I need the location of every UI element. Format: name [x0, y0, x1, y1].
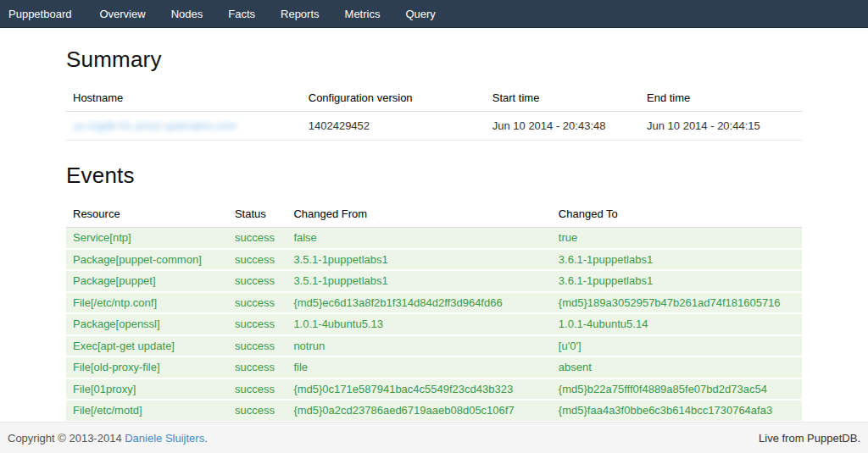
resource-cell: Package[puppet-common] [66, 249, 228, 271]
changed-to-cell: absent [552, 356, 802, 378]
status-cell: success [228, 249, 287, 271]
changed-from-cell: false [287, 228, 551, 249]
navbar-item-reports[interactable]: Reports [268, 0, 332, 27]
status-cell: success [228, 356, 287, 378]
events-table: Resource Status Changed From Changed To … [66, 201, 802, 422]
end-time-cell: Jun 10 2014 - 20:44:15 [640, 112, 802, 141]
hostname-link[interactable]: uc-mgdb-01.ams2.spamatrix.com [73, 119, 236, 132]
event-row: File[/etc/ntp.conf] success {md5}ec6d13a… [66, 292, 802, 314]
author-link[interactable]: Daniele Sluijters [125, 432, 204, 445]
events-title: Events [66, 163, 802, 189]
status-cell: success [228, 292, 287, 314]
changed-to-cell: 3.6.1-1puppetlabs1 [552, 249, 802, 271]
resource-cell: Package[openssl] [66, 313, 228, 335]
summary-row: uc-mgdb-01.ams2.spamatrix.com 1402429452… [66, 112, 802, 141]
navbar-item-facts[interactable]: Facts [215, 0, 268, 27]
resource-cell: File[01proxy] [66, 378, 228, 401]
navbar-item-nodes[interactable]: Nodes [159, 0, 216, 27]
events-header-row: Resource Status Changed From Changed To [66, 201, 802, 228]
events-header-changed-to: Changed To [552, 201, 802, 228]
changed-from-cell: {md5}ec6d13a8f2b1f314d84d2ff3d964fd66 [287, 292, 551, 314]
changed-from-cell: 3.5.1-1puppetlabs1 [287, 270, 551, 292]
changed-from-cell: notrun [287, 335, 551, 357]
summary-header-row: Hostname Configuration version Start tim… [66, 85, 802, 112]
navbar-item-metrics[interactable]: Metrics [332, 0, 393, 27]
changed-to-cell: {md5}faa4a3f0bbe6c3b614bcc1730764afa3 [552, 400, 802, 422]
status-cell: success [228, 378, 287, 401]
status-cell: success [228, 400, 287, 422]
summary-table: Hostname Configuration version Start tim… [66, 85, 802, 141]
copyright-suffix: . [204, 432, 208, 445]
changed-from-cell: 1.0.1-4ubuntu5.13 [287, 313, 551, 335]
status-cell: success [228, 270, 287, 292]
summary-header-start-time: Start time [486, 85, 640, 112]
resource-cell: Package[puppet] [66, 270, 228, 292]
event-row: Exec[apt-get update] success notrun [u'0… [66, 335, 802, 357]
resource-cell: Exec[apt-get update] [66, 335, 228, 357]
navbar-item-overview[interactable]: Overview [86, 0, 158, 27]
changed-to-cell: true [552, 228, 802, 249]
summary-header-hostname: Hostname [66, 85, 302, 112]
events-header-resource: Resource [66, 201, 228, 228]
status-cell: success [228, 335, 287, 357]
changed-to-cell: 1.0.1-4ubuntu5.14 [552, 313, 802, 335]
start-time-cell: Jun 10 2014 - 20:43:48 [486, 112, 640, 141]
copyright-text: Copyright © 2013-2014 Daniele Sluijters. [8, 432, 208, 445]
events-header-status: Status [228, 201, 287, 228]
event-row: File[old-proxy-file] success file absent [66, 356, 802, 378]
top-navbar: Puppetboard Overview Nodes Facts Reports… [0, 0, 868, 28]
resource-cell: File[/etc/motd] [66, 400, 228, 422]
live-from-puppetdb-text: Live from PuppetDB. [759, 432, 860, 445]
navbar-item-query[interactable]: Query [392, 0, 448, 27]
config-version-cell: 1402429452 [302, 112, 486, 141]
changed-to-cell: {md5}b22a75fff0f4889a85fe07bd2d73ac54 [552, 378, 802, 401]
changed-to-cell: [u'0'] [552, 335, 802, 357]
status-cell: success [228, 313, 287, 335]
page-footer: Copyright © 2013-2014 Daniele Sluijters.… [0, 422, 868, 453]
status-cell: success [228, 228, 287, 249]
changed-from-cell: {md5}0a2cd23786aed6719aaeb08d05c106f7 [287, 400, 551, 422]
event-row: Package[puppet] success 3.5.1-1puppetlab… [66, 270, 802, 292]
changed-from-cell: {md5}0c171e587941bac4c5549f23cd43b323 [287, 378, 551, 401]
events-header-changed-from: Changed From [287, 201, 551, 228]
changed-from-cell: file [287, 356, 551, 378]
resource-cell: File[old-proxy-file] [66, 356, 228, 378]
event-row: Package[puppet-common] success 3.5.1-1pu… [66, 249, 802, 271]
event-row: Service[ntp] success false true [66, 228, 802, 249]
summary-header-config-version: Configuration version [302, 85, 486, 112]
changed-from-cell: 3.5.1-1puppetlabs1 [287, 249, 551, 271]
event-row: File[/etc/motd] success {md5}0a2cd23786a… [66, 400, 802, 422]
resource-cell: File[/etc/ntp.conf] [66, 292, 228, 314]
changed-to-cell: {md5}189a3052957b47b261ad74f181605716 [552, 292, 802, 314]
summary-title: Summary [66, 47, 802, 73]
navbar-brand[interactable]: Puppetboard [0, 0, 86, 27]
copyright-prefix: Copyright © 2013-2014 [8, 432, 125, 445]
event-row: File[01proxy] success {md5}0c171e587941b… [66, 378, 802, 401]
event-row: Package[openssl] success 1.0.1-4ubuntu5.… [66, 313, 802, 335]
summary-header-end-time: End time [640, 85, 802, 112]
resource-cell: Service[ntp] [66, 228, 228, 249]
changed-to-cell: 3.6.1-1puppetlabs1 [552, 270, 802, 292]
main-content: Summary Hostname Configuration version S… [0, 28, 868, 422]
